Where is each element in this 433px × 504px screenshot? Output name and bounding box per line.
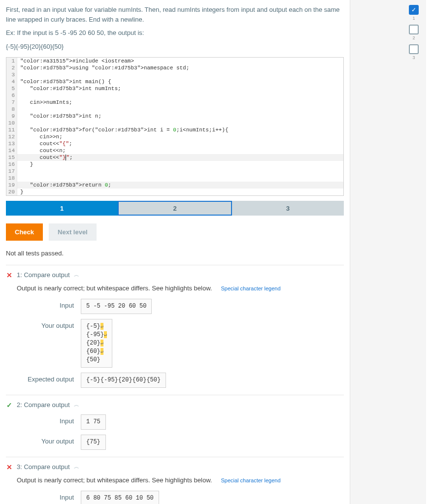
test-header[interactable]: ✕1: Compare output︿: [6, 271, 344, 279]
main-content: First, read in an input value for variab…: [0, 0, 350, 504]
code-line[interactable]: 18: [6, 175, 343, 182]
feedback-text: Output is nearly correct; but whitespace…: [17, 284, 344, 292]
code-text[interactable]: [17, 92, 343, 99]
code-line[interactable]: 12 cin>>n;: [6, 133, 343, 140]
code-text[interactable]: cin>>numInts;: [17, 99, 343, 106]
code-line[interactable]: 11 "color:#1d75b3">for("color:#1d75b3">i…: [6, 126, 343, 133]
line-number: 14: [6, 147, 17, 154]
code-text[interactable]: cout<<n;: [17, 147, 343, 154]
expected-value: {-5}{-95}{20}{60}{50}: [81, 373, 166, 388]
check-button[interactable]: Check: [6, 223, 43, 241]
code-text[interactable]: [17, 168, 343, 175]
test-detail: Output is nearly correct; but whitespace…: [6, 284, 344, 388]
test-header[interactable]: ✓2: Compare output︿: [6, 401, 344, 409]
feedback-text: Output is nearly correct; but whitespace…: [17, 476, 344, 484]
tab-1[interactable]: 1: [6, 201, 118, 216]
code-text[interactable]: cout<<"{";: [17, 140, 343, 147]
line-number: 9: [6, 113, 17, 120]
test-block: ✕1: Compare output︿Output is nearly corr…: [6, 265, 344, 388]
line-number: 17: [6, 168, 17, 175]
input-value: 6 80 75 85 60 10 50: [81, 491, 159, 504]
code-text[interactable]: "color:#1d75b3">using "color:#1d75b3">na…: [17, 64, 343, 71]
your-output-label: Your output: [17, 435, 81, 445]
input-value: 5 -5 -95 20 60 50: [81, 299, 152, 314]
line-number: 20: [6, 189, 17, 195]
test-title: 3: Compare output: [17, 463, 70, 471]
line-number: 18: [6, 175, 17, 182]
input-value: 1 75: [81, 414, 106, 430]
test-title: 2: Compare output: [17, 401, 70, 409]
code-text[interactable]: }: [17, 161, 343, 168]
check-icon: ✓: [6, 402, 13, 409]
code-line[interactable]: 20}: [6, 189, 343, 195]
line-number: 3: [6, 71, 17, 78]
instructions: First, read in an input value for variab…: [6, 5, 344, 51]
code-text[interactable]: "color:#1d75b3">int numInts;: [17, 85, 343, 92]
code-text[interactable]: [17, 120, 343, 126]
code-line[interactable]: 9 "color:#1d75b3">int n;: [6, 113, 343, 120]
code-text[interactable]: "color:#a31515">#include <iostream>: [17, 58, 343, 64]
code-line[interactable]: 14 cout<<n;: [6, 147, 343, 154]
test-header[interactable]: ✕3: Compare output︿: [6, 463, 344, 471]
instruction-example: Ex: If the input is 5 -5 -95 20 60 50, t…: [6, 28, 344, 38]
code-line[interactable]: 3: [6, 71, 343, 78]
chevron-up-icon: ︿: [74, 463, 79, 471]
code-text[interactable]: "color:#1d75b3">for("color:#1d75b3">int …: [17, 126, 343, 133]
line-number: 12: [6, 133, 17, 140]
progress-item-2[interactable]: 2: [409, 25, 419, 40]
tabs-row: 1 2 3: [6, 201, 344, 216]
progress-item-3[interactable]: 3: [409, 44, 419, 60]
code-text[interactable]: cout<<"}";: [17, 154, 343, 161]
test-block: ✕3: Compare output︿Output is nearly corr…: [6, 457, 344, 504]
line-number: 4: [6, 78, 17, 85]
line-number: 16: [6, 161, 17, 168]
sidebar-progress: ✓ 1 2 3: [350, 0, 426, 504]
instruction-output: {-5}{-95}{20}{60}{50}: [6, 42, 344, 52]
check-icon: ✓: [411, 6, 416, 13]
tab-2[interactable]: 2: [118, 201, 232, 216]
input-label: Input: [17, 491, 81, 501]
line-number: 8: [6, 106, 17, 113]
progress-item-1[interactable]: ✓ 1: [409, 5, 419, 21]
line-number: 19: [6, 182, 17, 189]
code-line[interactable]: 6: [6, 92, 343, 99]
code-editor[interactable]: 1"color:#a31515">#include <iostream>2"co…: [6, 57, 344, 196]
code-line[interactable]: 8: [6, 106, 343, 113]
legend-link[interactable]: Special character legend: [221, 477, 280, 483]
your-output-value: {-5}↵ {-95}↵ {20}↵ {60}↵ {50}: [81, 319, 112, 368]
tab-3[interactable]: 3: [232, 201, 344, 216]
code-text[interactable]: [17, 106, 343, 113]
code-text[interactable]: [17, 71, 343, 78]
code-line[interactable]: 15 cout<<"}";: [6, 154, 343, 161]
your-output-label: Your output: [17, 319, 81, 329]
x-icon: ✕: [6, 464, 13, 471]
next-level-button[interactable]: Next level: [49, 223, 97, 241]
code-text[interactable]: "color:#1d75b3">int main() {: [17, 78, 343, 85]
code-line[interactable]: 16 }: [6, 161, 343, 168]
line-number: 11: [6, 126, 17, 133]
code-text[interactable]: cin>>n;: [17, 133, 343, 140]
code-line[interactable]: 13 cout<<"{";: [6, 140, 343, 147]
line-number: 5: [6, 85, 17, 92]
code-line[interactable]: 19 "color:#1d75b3">return 0;: [6, 182, 343, 189]
expected-label: Expected output: [17, 373, 81, 383]
test-detail: Output is nearly correct; but whitespace…: [6, 476, 344, 504]
code-line[interactable]: 5 "color:#1d75b3">int numInts;: [6, 85, 343, 92]
code-line[interactable]: 1"color:#a31515">#include <iostream>: [6, 58, 343, 64]
x-icon: ✕: [6, 272, 13, 279]
code-line[interactable]: 17: [6, 168, 343, 175]
code-text[interactable]: "color:#1d75b3">return 0;: [17, 182, 343, 189]
line-number: 6: [6, 92, 17, 99]
legend-link[interactable]: Special character legend: [221, 285, 280, 291]
instruction-text: First, read in an input value for variab…: [6, 5, 344, 24]
code-text[interactable]: "color:#1d75b3">int n;: [17, 113, 343, 120]
chevron-up-icon: ︿: [74, 401, 79, 409]
code-line[interactable]: 10: [6, 120, 343, 126]
code-line[interactable]: 7 cin>>numInts;: [6, 99, 343, 106]
code-text[interactable]: [17, 175, 343, 182]
code-line[interactable]: 2"color:#1d75b3">using "color:#1d75b3">n…: [6, 64, 343, 71]
code-text[interactable]: }: [17, 189, 343, 195]
code-line[interactable]: 4"color:#1d75b3">int main() {: [6, 78, 343, 85]
button-row: Check Next level: [6, 223, 344, 241]
line-number: 7: [6, 99, 17, 106]
